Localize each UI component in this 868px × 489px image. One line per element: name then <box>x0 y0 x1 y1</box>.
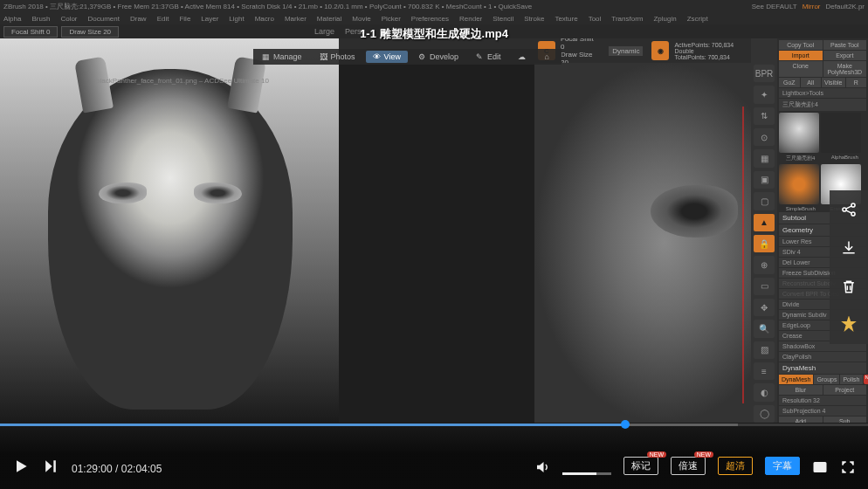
progress-handle[interactable] <box>621 420 630 429</box>
all-button[interactable]: All <box>801 78 822 87</box>
pip-button[interactable] <box>812 459 828 475</box>
tab-view[interactable]: 👁View <box>366 51 408 63</box>
add-button[interactable]: Add <box>779 417 823 423</box>
transp-button[interactable]: ◯ <box>754 405 775 423</box>
pin-button[interactable] <box>830 306 868 344</box>
focal-shift-slider[interactable]: Focal Shift 0 <box>3 26 58 38</box>
groups-button[interactable]: Groups <box>814 375 839 384</box>
stroke-icon[interactable]: ◉ <box>651 41 669 60</box>
menu-draw[interactable]: Draw <box>130 15 147 23</box>
tool-thumb-head[interactable] <box>779 113 819 153</box>
menu-texture[interactable]: Texture <box>555 15 577 23</box>
polyf-button[interactable]: ▨ <box>754 341 775 359</box>
video-filename-overlay: 1-1 雕塑模型和生成硬边.mp4 <box>360 26 508 42</box>
scroll-button[interactable]: ⇅ <box>754 107 775 125</box>
paste-tool-button[interactable]: Paste Tool <box>823 40 867 50</box>
actual-button[interactable]: ⊙ <box>754 128 775 146</box>
menu-material[interactable]: Material <box>317 15 341 23</box>
tool-thumb-alpha[interactable] <box>821 113 861 153</box>
menu-alpha[interactable]: Alpha <box>3 15 21 23</box>
move-button[interactable]: ✥ <box>754 299 775 316</box>
menu-light[interactable]: Light <box>229 15 244 23</box>
lock-button[interactable]: 🔒 <box>754 235 775 252</box>
visible-button[interactable]: Visible <box>822 78 845 87</box>
tab-develop[interactable]: ⚙Develop <box>411 51 465 63</box>
video-progress-bar[interactable] <box>0 424 868 426</box>
menu-preferences[interactable]: Preferences <box>411 15 449 23</box>
next-button[interactable] <box>42 458 59 475</box>
draw-size-slider[interactable]: Draw Size 20 <box>61 26 119 38</box>
vp-dynamic[interactable]: Dynamic <box>609 46 643 56</box>
download-button[interactable] <box>830 229 868 267</box>
menu-edit[interactable]: Edit <box>157 15 169 23</box>
tool-thumb-simple[interactable] <box>779 164 819 204</box>
share-button[interactable] <box>830 190 868 229</box>
menu-stencil[interactable]: Stencil <box>493 15 513 23</box>
blur-button[interactable]: Blur <box>779 385 823 395</box>
xpose-button[interactable]: ⊕ <box>754 256 775 273</box>
claypolish[interactable]: ClayPolish <box>779 352 866 362</box>
menu-color[interactable]: Color <box>60 15 77 23</box>
frame-button[interactable]: ▭ <box>754 278 775 295</box>
mark-button[interactable]: 标记NEW <box>623 457 658 475</box>
r-button[interactable]: R <box>846 78 867 87</box>
export-button[interactable]: Export <box>823 51 867 60</box>
speed-button[interactable]: 倍速NEW <box>671 457 706 475</box>
polish-button[interactable]: Polish <box>840 375 862 384</box>
tab-manage[interactable]: ▦Manage <box>255 51 309 63</box>
menu-movie[interactable]: Movie <box>352 15 370 23</box>
tab-edit[interactable]: ✎Edit <box>469 51 508 63</box>
tab-photos[interactable]: 🖼Photos <box>313 51 362 63</box>
import-button[interactable]: Import <box>779 51 823 60</box>
subprojection[interactable]: SubProjection 4 <box>779 406 866 416</box>
zbrush-viewport[interactable]: C Focal Shift 0 Draw Size 20 Dynamic ◉ A… <box>534 38 751 423</box>
dynamesh-header[interactable]: DynaMesh <box>779 362 866 374</box>
sfix-button[interactable]: ✦ <box>754 86 775 103</box>
workspace: blackPanther_face_front_01.png – ACDSee … <box>0 38 868 423</box>
play-button[interactable] <box>12 458 30 475</box>
aahaif-button[interactable]: ▦ <box>754 149 775 167</box>
menu-document[interactable]: Document <box>88 15 120 23</box>
quality-button[interactable]: 超清 <box>718 457 753 475</box>
menu-tool[interactable]: Tool <box>589 15 602 23</box>
menu-marker[interactable]: Marker <box>285 15 307 23</box>
menu-zplugin[interactable]: Zplugin <box>653 15 676 23</box>
volume-slider[interactable] <box>562 472 611 475</box>
local-button[interactable]: ▲ <box>754 214 775 231</box>
tab-365[interactable]: ☁ <box>511 51 534 63</box>
volume-button[interactable] <box>534 459 550 475</box>
lightbox-tools[interactable]: Lightbox>Tools <box>779 88 866 98</box>
floor-button[interactable]: ▢ <box>754 192 775 210</box>
large-label[interactable]: Large <box>314 27 334 36</box>
clone-button[interactable]: Clone <box>779 61 823 77</box>
tab-dash[interactable]: ⌂ <box>537 51 560 63</box>
menu-file[interactable]: File <box>179 15 190 23</box>
project-button[interactable]: Project <box>823 385 867 395</box>
menu-render[interactable]: Render <box>459 15 482 23</box>
menu-transform[interactable]: Transform <box>611 15 643 23</box>
fullscreen-button[interactable] <box>840 459 856 475</box>
menu-brush[interactable]: Brush <box>31 15 50 23</box>
reference-viewport[interactable]: blackPanther_face_front_01.png – ACDSee … <box>0 38 339 423</box>
resolution[interactable]: Resolution 32 <box>779 396 866 405</box>
menu-picker[interactable]: Picker <box>382 15 401 23</box>
zoom-button[interactable]: 🔍 <box>754 320 775 337</box>
goz-button[interactable]: GoZ <box>779 78 800 87</box>
subtitle-button[interactable]: 字幕 <box>765 457 800 475</box>
copy-tool-button[interactable]: Copy Tool <box>779 40 823 50</box>
menu-layer[interactable]: Layer <box>201 15 218 23</box>
delete-button[interactable] <box>830 267 868 306</box>
line-fill-button[interactable]: ≡ <box>754 362 775 380</box>
menu-macro[interactable]: Macro <box>255 15 274 23</box>
dynamesh-button[interactable]: DynaMesh <box>779 375 813 384</box>
make-polymesh-button[interactable]: Make PolyMesh3D <box>823 61 867 77</box>
vp-focal[interactable]: Focal Shift 0 <box>561 38 598 51</box>
solo-button[interactable]: ◐ <box>754 383 775 401</box>
menu-stroke[interactable]: Stroke <box>524 15 544 23</box>
sculpt-closeup <box>651 185 738 238</box>
sub-button[interactable]: Sub <box>823 417 867 423</box>
main-menu[interactable]: AlphaBrushColorDocumentDrawEditFileLayer… <box>0 12 868 24</box>
menu-zscript[interactable]: Zscript <box>687 15 708 23</box>
persp-button[interactable]: ▣ <box>754 171 775 189</box>
bpr-button[interactable]: BPR <box>754 65 775 82</box>
